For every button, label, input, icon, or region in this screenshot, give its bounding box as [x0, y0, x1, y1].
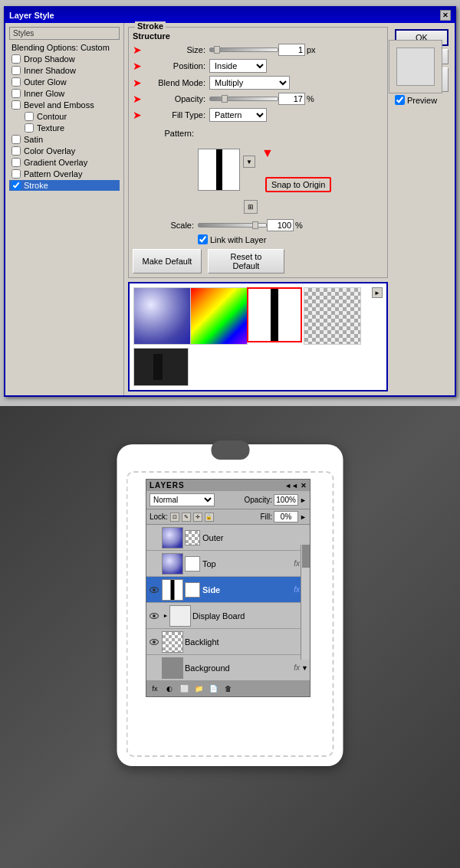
outer-visibility-icon[interactable] — [148, 532, 160, 544]
close-button[interactable]: ✕ — [440, 10, 451, 21]
picker-thumb-checker[interactable] — [304, 287, 361, 345]
sidebar-item-coloroverlay[interactable]: Color Overlay — [9, 146, 120, 156]
layer-row-displayboard[interactable]: ► Display Board — [146, 603, 310, 629]
displayboard-group-arrow-icon[interactable]: ► — [162, 612, 169, 620]
picker-scroll-button[interactable]: ► — [372, 287, 383, 298]
scale-input[interactable] — [267, 219, 294, 231]
outerglow-checkbox[interactable] — [12, 77, 21, 87]
layers-scroll-left-icon[interactable]: ◄◄ — [284, 482, 298, 490]
displayboard-visibility-icon[interactable] — [148, 610, 160, 622]
dropshadow-checkbox[interactable] — [12, 54, 21, 64]
stroke-panel-wrapper: Stroke Structure ➤ Size: px — [128, 27, 388, 391]
sidebar-item-gradientoverlay[interactable]: Gradient Overlay — [9, 157, 120, 168]
lock-move-icon[interactable]: ✛ — [193, 513, 202, 522]
coloroverlay-checkbox[interactable] — [12, 146, 21, 156]
opacity-value-input[interactable] — [274, 494, 298, 506]
picker-thumb-dark[interactable] — [133, 348, 189, 386]
sidebar-item-innershadow[interactable]: Inner Shadow — [9, 65, 120, 76]
fill-arrow-icon[interactable]: ► — [300, 513, 307, 521]
contour-label: Contour — [37, 112, 67, 121]
opacity-input[interactable] — [278, 93, 305, 105]
opacity-arrow-icon[interactable]: ► — [300, 496, 307, 504]
backlight-visibility-icon[interactable] — [148, 636, 160, 648]
layers-close-icon[interactable]: ✕ — [301, 482, 307, 490]
opacity-row: ➤ Opacity: % — [133, 93, 381, 105]
layer-row-side[interactable]: Side fx ▼ — [146, 577, 310, 603]
picker-thumb-rainbow[interactable] — [190, 287, 248, 345]
innerglow-checkbox[interactable] — [12, 89, 21, 98]
top-visibility-icon[interactable] — [148, 558, 160, 570]
lock-transparent-icon[interactable]: ⊡ — [170, 513, 179, 522]
innershadow-checkbox[interactable] — [12, 66, 21, 75]
size-slider-thumb[interactable] — [214, 46, 220, 54]
size-input[interactable] — [278, 44, 305, 56]
reset-default-button[interactable]: Reset to Default — [208, 249, 284, 274]
background-fx-icon: fx — [294, 663, 300, 672]
lock-image-icon[interactable]: ✎ — [182, 513, 191, 522]
layers-mode-select[interactable]: Normal — [150, 493, 215, 506]
pattern-picker-row2 — [133, 348, 383, 386]
pattern-dropdown-button[interactable]: ▼ — [243, 156, 255, 168]
blend-mode-select[interactable]: Multiply Normal — [209, 76, 290, 90]
preview-checkbox[interactable] — [395, 95, 405, 105]
sidebar-item-patternoverlay[interactable]: Pattern Overlay — [9, 169, 120, 179]
lock-all-icon[interactable]: 🔒 — [205, 513, 214, 522]
opacity-slider-track[interactable] — [209, 97, 278, 101]
pattern-preview-box[interactable] — [198, 149, 240, 191]
bevelandemboss-checkbox[interactable] — [12, 100, 21, 110]
side-visibility-icon[interactable] — [148, 584, 160, 596]
snap-to-origin-button[interactable]: Snap to Origin — [265, 177, 331, 192]
mask-layer-icon[interactable]: ⬜ — [179, 683, 189, 694]
scale-slider-thumb[interactable] — [252, 221, 258, 229]
picker-thumb-spheres[interactable] — [133, 287, 191, 345]
scale-slider-track[interactable] — [198, 223, 267, 228]
right-buttons: OK Reset New Style... Preview — [395, 29, 449, 105]
gradientoverlay-checkbox[interactable] — [12, 158, 21, 167]
position-row: ➤ Position: Inside Outside Center — [133, 59, 381, 73]
position-select[interactable]: Inside Outside Center — [209, 59, 267, 73]
fill-layer-icon[interactable]: ◐ — [164, 683, 175, 694]
blend-mode-label: Blend Mode: — [144, 78, 205, 87]
link-layer-checkbox[interactable] — [198, 234, 208, 244]
sidebar-item-stroke[interactable]: Stroke — [9, 180, 120, 191]
new-layer-icon[interactable]: 📄 — [208, 683, 219, 694]
sidebar-item-texture[interactable]: Texture — [9, 123, 120, 133]
pattern-new-button[interactable]: ⊞ — [244, 200, 258, 214]
snap-down-arrow-icon: ▼ — [261, 146, 274, 160]
new-group-icon[interactable]: 📁 — [193, 683, 204, 694]
picker-thumb-stripe-selected[interactable]: Side ◄ — [247, 287, 302, 342]
blend-mode-row: ➤ Blend Mode: Multiply Normal — [133, 76, 381, 90]
sidebar-item-satin[interactable]: Satin — [9, 134, 120, 145]
opacity-slider-thumb[interactable] — [222, 95, 228, 103]
stripe-pattern-icon — [271, 289, 278, 341]
make-default-button[interactable]: Make Default — [133, 249, 202, 274]
scrollbar-thumb[interactable] — [302, 545, 310, 568]
dark-stripe-icon — [153, 354, 163, 380]
layer-row-outer[interactable]: Outer — [146, 525, 310, 551]
sidebar: Styles Blending Options: Custom Drop Sha… — [5, 23, 124, 395]
sidebar-item-dropshadow[interactable]: Drop Shadow — [9, 54, 120, 64]
background-fx-arrow-icon[interactable]: ▼ — [301, 664, 308, 672]
texture-checkbox[interactable] — [25, 123, 34, 133]
fill-type-select[interactable]: Pattern Color Gradient — [209, 108, 267, 122]
sidebar-item-blending[interactable]: Blending Options: Custom — [9, 42, 120, 53]
satin-checkbox[interactable] — [12, 135, 21, 144]
delete-layer-icon[interactable]: 🗑 — [222, 683, 233, 694]
sidebar-item-contour[interactable]: Contour — [9, 111, 120, 122]
fill-value-input[interactable] — [274, 511, 298, 522]
sidebar-item-outerglow[interactable]: Outer Glow — [9, 77, 120, 87]
patternoverlay-checkbox[interactable] — [12, 169, 21, 179]
background-visibility-icon[interactable] — [148, 662, 160, 674]
layer-row-background[interactable]: Background fx ▼ — [146, 655, 310, 681]
layer-row-backlight[interactable]: Backlight — [146, 629, 310, 655]
pattern-side-buttons: ▼ ⊞ — [242, 125, 258, 214]
sidebar-item-innerglow[interactable]: Inner Glow — [9, 88, 120, 99]
layers-scrollbar[interactable] — [301, 545, 310, 660]
sidebar-item-bevelandemboss[interactable]: Bevel and Emboss — [9, 100, 120, 110]
side-thumb-stripe — [171, 580, 175, 600]
size-slider-track[interactable] — [209, 47, 278, 52]
contour-checkbox[interactable] — [25, 112, 34, 121]
stroke-checkbox[interactable] — [12, 181, 21, 190]
layer-row-top[interactable]: Top fx ▼ — [146, 551, 310, 577]
add-style-icon[interactable]: fx — [150, 683, 160, 694]
